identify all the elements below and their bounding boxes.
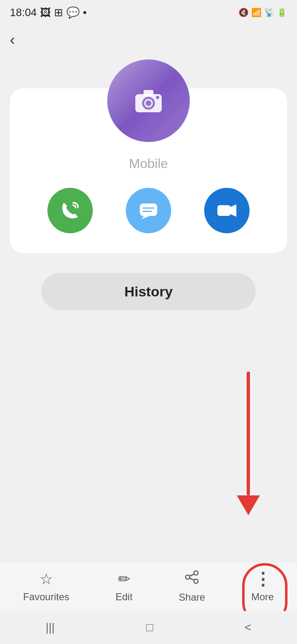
svg-point-13 xyxy=(194,579,198,583)
history-section: History xyxy=(0,273,297,310)
svg-rect-3 xyxy=(144,90,153,96)
action-buttons-row xyxy=(10,188,287,233)
svg-point-11 xyxy=(194,571,198,575)
edit-icon: ✏ xyxy=(118,571,130,588)
back-sys-icon[interactable]: < xyxy=(245,621,251,634)
system-nav-bar: ||| □ < xyxy=(0,611,297,644)
status-dot: • xyxy=(83,6,87,19)
bottom-nav: ☆ Favourites ✏ Edit Share ⋮ More xyxy=(0,561,297,611)
nav-more[interactable]: ⋮ More xyxy=(245,567,280,606)
history-button[interactable]: History xyxy=(41,273,256,310)
arrow-annotation xyxy=(237,372,260,515)
share-label: Share xyxy=(179,592,205,603)
more-icon: ⋮ xyxy=(254,571,271,588)
recents-icon[interactable]: ||| xyxy=(46,621,55,634)
signal-icon: 📡 xyxy=(264,7,274,17)
more-label: More xyxy=(251,591,274,603)
time-display: 18:04 xyxy=(10,6,37,19)
mute-icon: 🔇 xyxy=(238,7,249,17)
back-button[interactable]: ‹ xyxy=(0,25,25,55)
svg-marker-6 xyxy=(141,216,150,219)
edit-label: Edit xyxy=(116,591,132,603)
favourites-icon: ☆ xyxy=(40,571,53,588)
contact-card: Mobile xyxy=(10,88,287,253)
svg-marker-10 xyxy=(231,204,236,217)
avatar-container xyxy=(107,59,190,142)
message-button[interactable] xyxy=(126,188,171,233)
camera-icon xyxy=(132,84,165,117)
avatar xyxy=(107,59,190,142)
nav-share[interactable]: Share xyxy=(172,566,212,606)
wifi-icon: 📶 xyxy=(251,7,262,17)
svg-point-2 xyxy=(146,100,151,106)
svg-point-4 xyxy=(156,96,159,99)
arrow-line xyxy=(247,372,250,495)
more-circle-highlight: ⋮ More xyxy=(251,571,274,603)
nav-favourites[interactable]: ☆ Favourites xyxy=(16,567,76,606)
contact-type-label: Mobile xyxy=(129,156,168,171)
arrow-head xyxy=(237,495,260,515)
battery-icon: 🔋 xyxy=(277,7,287,17)
home-icon[interactable]: □ xyxy=(146,621,153,634)
status-icon-gallery: 🖼 xyxy=(40,6,51,19)
status-icon-ok: ⊞ xyxy=(54,6,63,19)
video-call-button[interactable] xyxy=(204,188,250,233)
svg-line-14 xyxy=(190,574,194,576)
share-icon xyxy=(184,570,199,588)
status-icon-message: 💬 xyxy=(66,6,80,19)
call-button[interactable] xyxy=(47,188,93,233)
status-bar: 18:04 🖼 ⊞ 💬 • 🔇 📶 📡 🔋 xyxy=(0,0,297,25)
nav-edit[interactable]: ✏ Edit xyxy=(109,567,139,606)
svg-rect-9 xyxy=(217,205,231,216)
svg-point-12 xyxy=(186,575,190,579)
status-time-area: 18:04 🖼 ⊞ 💬 • xyxy=(10,6,87,19)
svg-rect-5 xyxy=(140,204,157,216)
svg-line-15 xyxy=(190,578,194,580)
status-right-icons: 🔇 📶 📡 🔋 xyxy=(238,7,287,17)
favourites-label: Favourites xyxy=(23,591,69,603)
